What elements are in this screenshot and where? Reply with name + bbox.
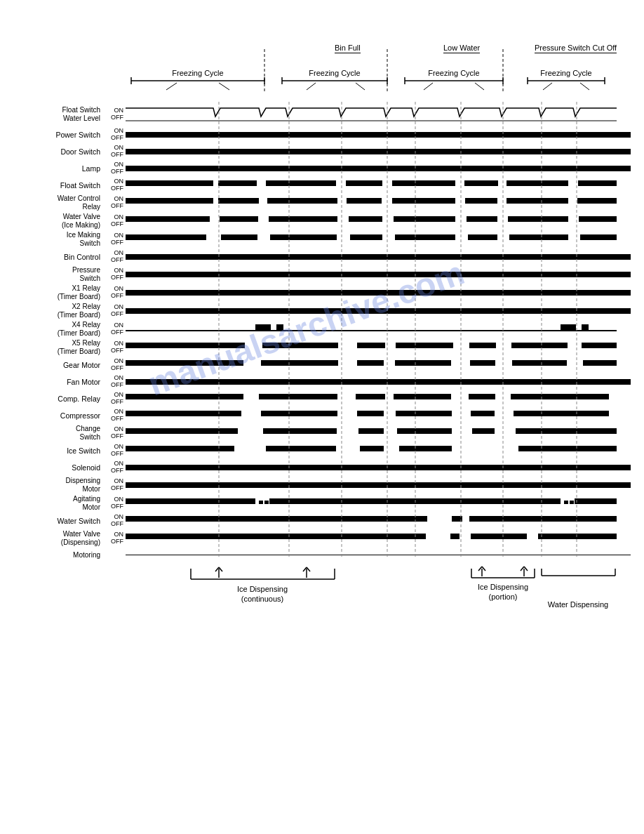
on-off-agitating-motor: ON OFF — [105, 496, 126, 510]
header-area: Bin Full Low Water Pressure Switch Cut O… — [128, 42, 631, 102]
track-float-switch-water-level — [126, 104, 631, 125]
svg-rect-60 — [508, 216, 568, 222]
row-x5-relay: X5 Relay(Timer Board) ON OFF — [13, 338, 631, 357]
on-off-x5-relay: ON OFF — [105, 340, 126, 355]
x4-relay-svg — [126, 323, 617, 336]
svg-rect-123 — [469, 516, 617, 522]
svg-rect-62 — [126, 234, 206, 240]
row-x2-relay: X2 Relay(Timer Board) ON OFF — [13, 302, 631, 320]
x5-relay-svg — [126, 341, 617, 354]
svg-text:(continuous): (continuous) — [241, 595, 284, 603]
svg-text:Freezing Cycle: Freezing Cycle — [172, 69, 223, 77]
svg-rect-71 — [255, 324, 268, 330]
row-dispensing-motor: DispensingMotor ON OFF — [13, 476, 631, 494]
svg-rect-65 — [350, 234, 382, 240]
svg-rect-99 — [357, 411, 384, 416]
on-off-x4-relay: ON OFF — [105, 322, 126, 336]
label-bin-control: Bin Control — [13, 253, 105, 262]
svg-rect-53 — [577, 198, 617, 204]
svg-line-19 — [475, 83, 484, 90]
on-off-bin-control: ON OFF — [105, 250, 126, 264]
svg-rect-94 — [394, 394, 451, 399]
svg-rect-92 — [259, 394, 337, 399]
svg-rect-67 — [468, 234, 497, 240]
row-door-switch: Door Switch ON OFF — [13, 143, 631, 160]
track-gear-motor — [126, 359, 631, 371]
water-valve-disp-svg — [126, 532, 617, 545]
svg-text:Ice Dispensing: Ice Dispensing — [478, 583, 528, 591]
svg-rect-107 — [472, 428, 495, 434]
on-off-x2-relay: ON OFF — [105, 304, 126, 318]
agitating-motor-svg — [126, 497, 617, 510]
label-float-switch: Float Switch — [13, 181, 105, 190]
bar-x2-relay — [126, 308, 631, 314]
svg-rect-114 — [126, 498, 617, 504]
on-off-lamp: ON OFF — [105, 161, 126, 176]
svg-rect-89 — [512, 360, 567, 366]
motoring-label-row: Motoring — [13, 548, 631, 562]
track-ice-making-switch — [126, 233, 631, 246]
svg-line-24 — [543, 83, 552, 90]
svg-rect-82 — [511, 343, 568, 348]
rows-container: Float SwitchWater Level ON OFF Power Swi — [13, 102, 631, 562]
svg-rect-77 — [126, 343, 245, 348]
svg-text:Water Dispensing: Water Dispensing — [548, 600, 608, 609]
svg-rect-48 — [267, 198, 337, 204]
label-ice-making-switch: Ice MakingSwitch — [13, 231, 105, 248]
svg-rect-78 — [262, 343, 338, 348]
row-comp-relay: Comp. Relay ON OFF — [13, 390, 631, 407]
bar-solenoid — [126, 465, 631, 470]
label-comp-relay: Comp. Relay — [13, 395, 105, 404]
svg-rect-56 — [269, 216, 337, 222]
diagram-container: manualsarchive.com Bin Full Low Water Pr… — [13, 42, 631, 642]
svg-rect-88 — [470, 360, 495, 366]
svg-rect-76 — [582, 324, 589, 330]
svg-rect-111 — [360, 446, 384, 451]
svg-rect-101 — [471, 411, 495, 416]
label-x5-relay: X5 Relay(Timer Board) — [13, 339, 105, 356]
label-x1-relay: X1 Relay(Timer Board) — [13, 284, 105, 301]
track-water-valve-dispensing — [126, 532, 631, 545]
bar-dispensing-motor — [126, 482, 631, 488]
on-off-float-switch: ON OFF — [105, 178, 126, 192]
label-water-valve-ice-making: Water Valve(Ice Making) — [13, 213, 105, 230]
svg-rect-121 — [126, 516, 427, 522]
label-float-switch-water-level: Float SwitchWater Level — [13, 106, 105, 123]
change-switch-svg — [126, 427, 617, 439]
on-off-x1-relay: ON OFF — [105, 286, 126, 300]
label-change-switch: ChangeSwitch — [13, 425, 105, 442]
svg-rect-46 — [126, 198, 213, 204]
timing-grid: Float SwitchWater Level ON OFF Power Swi — [13, 102, 631, 562]
svg-rect-51 — [465, 198, 497, 204]
svg-rect-80 — [396, 343, 453, 348]
track-x2-relay — [126, 305, 631, 317]
float-wave-svg — [126, 104, 617, 125]
svg-rect-83 — [582, 343, 617, 348]
svg-rect-104 — [263, 428, 337, 434]
svg-rect-73 — [276, 324, 283, 330]
track-comp-relay — [126, 392, 631, 405]
on-off-change-switch: ON OFF — [105, 426, 126, 440]
svg-rect-85 — [261, 360, 338, 366]
row-change-switch: ChangeSwitch ON OFF — [13, 424, 631, 442]
svg-rect-45 — [578, 180, 617, 186]
svg-rect-95 — [469, 394, 495, 399]
row-power-switch: Power Switch ON OFF — [13, 126, 631, 143]
bar-fan-motor — [126, 379, 631, 385]
label-power-switch: Power Switch — [13, 131, 105, 140]
label-door-switch: Door Switch — [13, 147, 105, 157]
on-off-water-valve-ice-making: ON OFF — [105, 214, 126, 228]
svg-rect-91 — [126, 394, 243, 399]
svg-rect-38 — [126, 180, 213, 186]
bar-door-switch — [126, 149, 631, 154]
bar-bin-control — [126, 254, 631, 260]
on-off-float-switch-water-level: ON OFF — [105, 107, 126, 121]
svg-line-11 — [356, 83, 365, 90]
svg-line-5 — [219, 83, 229, 90]
label-x2-relay: X2 Relay(Timer Board) — [13, 303, 105, 319]
svg-text:Freezing Cycle: Freezing Cycle — [540, 69, 591, 77]
row-x4-relay: X4 Relay(Timer Board) ON OFF — [13, 320, 631, 338]
svg-rect-86 — [357, 360, 384, 366]
bottom-annotation-area: Ice Dispensing (continuous) Ice Dispensi… — [128, 565, 631, 642]
track-fan-motor — [126, 376, 631, 388]
